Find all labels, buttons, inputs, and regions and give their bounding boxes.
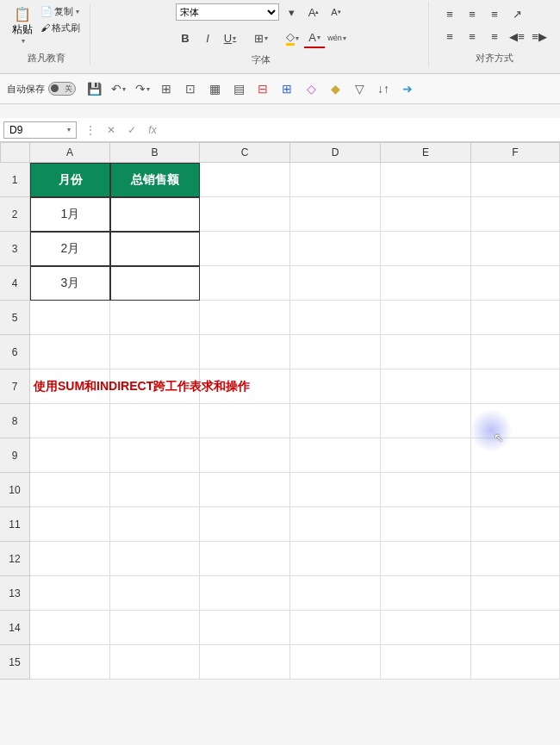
formula-input[interactable] [163, 118, 560, 141]
cell-D14[interactable] [290, 611, 381, 645]
decrease-indent-button[interactable]: ◀≡ [507, 26, 527, 47]
select-all-corner[interactable] [0, 142, 30, 163]
decrease-font-button[interactable]: A▾ [326, 2, 346, 22]
cell-D7[interactable] [290, 369, 381, 404]
cell-C2[interactable] [200, 197, 290, 232]
cell-E1[interactable] [381, 163, 471, 197]
undo-icon[interactable]: ↶▾ [109, 79, 128, 98]
cell-F8[interactable] [471, 404, 560, 438]
align-right-button[interactable]: ≡ [484, 26, 505, 47]
cell-B11[interactable] [110, 507, 200, 542]
cell-C1[interactable] [200, 163, 290, 197]
redo-icon[interactable]: ↷▾ [133, 79, 152, 98]
cell-F14[interactable] [471, 611, 560, 645]
cell-C5[interactable] [200, 301, 290, 335]
cell-B3[interactable] [110, 232, 200, 266]
col-header-C[interactable]: C [200, 142, 290, 163]
cell-A14[interactable] [30, 611, 110, 645]
cell-C15[interactable] [200, 645, 290, 680]
save-icon[interactable]: 💾 [84, 79, 103, 98]
col-header-F[interactable]: F [471, 142, 560, 163]
increase-font-button[interactable]: A▴ [303, 2, 324, 22]
cell-F11[interactable] [471, 507, 560, 542]
cell-C6[interactable] [200, 335, 290, 369]
cell-B8[interactable] [110, 404, 200, 438]
cancel-icon[interactable]: ✕ [101, 120, 121, 140]
cell-A4[interactable]: 3月 [30, 266, 110, 301]
cell-E14[interactable] [381, 611, 471, 645]
cell-D6[interactable] [290, 335, 381, 369]
cell-D15[interactable] [290, 645, 381, 680]
cell-C8[interactable] [200, 404, 290, 438]
cell-A3[interactable]: 2月 [30, 232, 110, 266]
cell-F10[interactable] [471, 473, 560, 507]
cell-E12[interactable] [381, 542, 471, 576]
cell-D8[interactable] [290, 404, 381, 438]
cell-E5[interactable] [381, 301, 471, 335]
cell-F12[interactable] [471, 542, 560, 576]
row-header-9[interactable]: 9 [0, 438, 30, 473]
cell-B6[interactable] [110, 335, 200, 369]
cell-C3[interactable] [200, 232, 290, 266]
italic-button[interactable]: I [197, 28, 218, 48]
cell-B4[interactable] [110, 266, 200, 301]
fill-icon[interactable]: ➜ [398, 79, 417, 98]
cell-F5[interactable] [471, 301, 560, 335]
cell-E8[interactable] [381, 404, 471, 438]
toggle-switch[interactable]: 关 [48, 82, 76, 96]
cell-F13[interactable] [471, 576, 560, 611]
cell-A6[interactable] [30, 335, 110, 369]
cell-C11[interactable] [200, 507, 290, 542]
borders-grid-icon[interactable]: ▤ [229, 79, 248, 98]
fx-icon[interactable]: fx [142, 120, 163, 140]
cell-A11[interactable] [30, 507, 110, 542]
cell-E10[interactable] [381, 473, 471, 507]
row-header-4[interactable]: 4 [0, 266, 30, 301]
font-size-select[interactable]: ▾ [281, 2, 302, 22]
cell-C12[interactable] [200, 542, 290, 576]
cell-A12[interactable] [30, 542, 110, 576]
font-name-select[interactable]: 宋体 [176, 3, 279, 21]
row-header-15[interactable]: 15 [0, 645, 30, 680]
cell-C14[interactable] [200, 611, 290, 645]
cell-A1[interactable]: 月份 [30, 163, 110, 197]
cell-B2[interactable] [110, 197, 200, 232]
cell-A9[interactable] [30, 438, 110, 473]
cell-C9[interactable] [200, 438, 290, 473]
cell-A15[interactable] [30, 645, 110, 680]
row-header-14[interactable]: 14 [0, 611, 30, 645]
row-header-1[interactable]: 1 [0, 163, 30, 197]
align-center-button[interactable]: ≡ [462, 26, 482, 47]
align-middle-button[interactable]: ≡ [462, 3, 482, 24]
fill-color-button[interactable]: ◇▾ [282, 28, 302, 48]
cell-B10[interactable] [110, 473, 200, 507]
cell-B14[interactable] [110, 611, 200, 645]
cell-F15[interactable] [471, 645, 560, 680]
cell-C10[interactable] [200, 473, 290, 507]
cell-A7[interactable]: 使用SUM和INDIRECT跨工作表求和操作 [30, 369, 110, 404]
row-header-10[interactable]: 10 [0, 473, 30, 507]
bold-button[interactable]: B [175, 28, 196, 48]
cell-D13[interactable] [290, 576, 381, 611]
phonetic-button[interactable]: wén▾ [327, 28, 347, 48]
row-header-5[interactable]: 5 [0, 301, 30, 335]
cell-D4[interactable] [290, 266, 381, 301]
cell-E11[interactable] [381, 507, 471, 542]
cell-D1[interactable] [290, 163, 381, 197]
cell-E3[interactable] [381, 232, 471, 266]
borders-inside-icon[interactable]: ▦ [205, 79, 224, 98]
autosave-toggle[interactable]: 自动保存 关 [7, 82, 76, 96]
cell-D12[interactable] [290, 542, 381, 576]
cell-A5[interactable] [30, 301, 110, 335]
cell-F3[interactable] [471, 232, 560, 266]
cell-F1[interactable] [471, 163, 560, 197]
cell-E6[interactable] [381, 335, 471, 369]
row-header-11[interactable]: 11 [0, 507, 30, 542]
font-color-button[interactable]: A▾ [304, 28, 325, 48]
insert-col-icon[interactable]: ⊞ [277, 79, 296, 98]
cell-A2[interactable]: 1月 [30, 197, 110, 232]
cell-E9[interactable] [381, 438, 471, 473]
delete-col-icon[interactable]: ⊟ [253, 79, 272, 98]
sort-icon[interactable]: ↓↑ [374, 79, 393, 98]
align-top-button[interactable]: ≡ [439, 3, 460, 24]
